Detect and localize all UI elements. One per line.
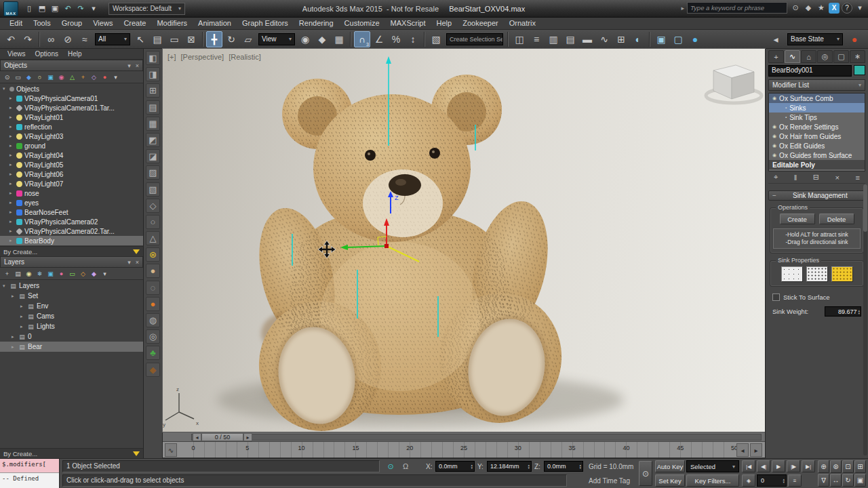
layers-panel-header[interactable]: Layers ▾× [0, 256, 143, 268]
maximize-viewport-toggle-icon[interactable]: ▣ [854, 474, 866, 487]
viewport-layout-b-icon[interactable]: ◨ [146, 67, 160, 81]
use-pivot-point-center-icon[interactable]: ◉ [297, 31, 313, 47]
display-bones-icon[interactable]: ● [100, 73, 109, 81]
new-scene-icon[interactable]: ▯ [23, 3, 35, 15]
perspective-viewport[interactable]: Z z y [163, 49, 765, 432]
layer-row-set[interactable]: ▸▤Set [0, 291, 143, 301]
add-time-tag[interactable]: Add Time Tag [589, 477, 630, 485]
menu-maxscript[interactable]: MAXScript [385, 18, 431, 29]
menu-zookeeper[interactable]: Zookeeper [457, 18, 504, 29]
object-row-bearnosefeet[interactable]: ▸BearNoseFeet [0, 207, 143, 217]
object-row-vrayphysicalcamera01[interactable]: ▸VRayPhysicalCamera01 [0, 94, 143, 103]
keyboard-shortcut-override-icon[interactable]: ▦ [331, 31, 347, 47]
tool-icon-15[interactable]: ◌ [146, 281, 160, 295]
undo-icon[interactable]: ↶ [3, 31, 19, 47]
selection-filter-dropdown[interactable]: All▾ [95, 33, 130, 45]
time-slider-track[interactable] [191, 434, 762, 441]
modify-tab[interactable]: ∿ [785, 50, 800, 63]
help-icon[interactable]: ? [842, 3, 852, 14]
layer-row-0[interactable]: ▸▤0 [0, 331, 143, 342]
spinner-arrows-icon[interactable]: ▴▾ [858, 309, 860, 314]
bind-to-space-warp-icon[interactable]: ≈ [77, 31, 93, 47]
viewcube[interactable] [706, 65, 762, 103]
display-xrefs-icon[interactable]: ◇ [90, 73, 98, 81]
display-shapes-icon[interactable]: ◆ [24, 73, 33, 81]
teddy-bear-model[interactable] [247, 75, 569, 432]
hierarchy-tab[interactable]: ⌂ [801, 50, 816, 63]
find-icon[interactable]: ⊙ [3, 73, 12, 81]
objects-panel-header[interactable]: Objects ▾× [0, 60, 143, 71]
unlink-selection-icon[interactable]: ⊘ [60, 31, 76, 47]
tool-icon-9[interactable]: ▧ [146, 182, 160, 197]
layer-select-icon[interactable]: ◇ [79, 269, 87, 278]
rectangular-selection-region-icon[interactable]: ▭ [166, 31, 182, 47]
go-to-start-button[interactable]: |◀ [742, 460, 755, 472]
select-object-icon[interactable]: ↖ [132, 31, 149, 47]
show-end-result-icon[interactable]: ‖ [794, 174, 797, 182]
menu-graph-editors[interactable]: Graph Editors [237, 18, 294, 29]
time-slider[interactable]: ◂ 0 / 50 ▸ [163, 432, 765, 442]
object-row-bearbody[interactable]: ▸BearBody [0, 236, 143, 245]
utilities-tab[interactable]: ∗ [850, 50, 865, 63]
x-coordinate-field[interactable]: 0.0mm▴▾ [435, 461, 475, 472]
plant-tool-icon[interactable]: ♣ [146, 346, 160, 360]
keyword-search-input[interactable] [687, 2, 787, 14]
viewport-layout-grid-icon[interactable]: ⊞ [146, 83, 160, 98]
object-row-vraylight01[interactable]: ▸VRayLight01 [0, 113, 143, 122]
tool-icon-6[interactable]: ◩ [146, 133, 160, 147]
application-menu-button[interactable]: MAX [3, 1, 18, 16]
zoom-extents-icon[interactable]: ⊡ [842, 460, 854, 473]
object-row-eyes[interactable]: ▸eyes [0, 198, 143, 207]
rendered-frame-window-icon[interactable]: ▢ [670, 31, 686, 47]
pan-view-icon[interactable]: ↔ [830, 474, 842, 487]
base-state-dropdown[interactable]: Base State▾ [787, 33, 843, 45]
display-geometry-icon[interactable]: ▭ [14, 73, 22, 81]
zoom-all-icon[interactable]: ⊛ [830, 460, 842, 473]
trackbar-scroll-right-button[interactable]: ▸ [750, 443, 762, 457]
layer-row-layers[interactable]: ▾▤Layers [0, 281, 143, 291]
state-set-record-icon[interactable]: ● [846, 31, 863, 47]
pin-stack-icon[interactable]: ⌖ [774, 173, 778, 182]
menu-views[interactable]: Views [87, 18, 118, 29]
display-helpers-icon[interactable]: ◉ [57, 73, 66, 81]
state-set-prev-icon[interactable]: ◂ [768, 31, 784, 47]
display-tab[interactable]: ▢ [833, 50, 849, 63]
key-filters-button[interactable]: Key Filters... [686, 474, 739, 487]
menu-group[interactable]: Group [56, 18, 88, 29]
panel-close-icon[interactable]: × [136, 62, 139, 69]
set-keys-button[interactable]: ⊙ [639, 461, 652, 486]
stick-to-surface-checkbox[interactable] [772, 293, 780, 301]
undo-icon[interactable]: ↶ [62, 3, 74, 15]
infocenter-toggle-icon[interactable]: ▸ [681, 5, 684, 12]
open-file-icon[interactable]: ⬒ [36, 3, 48, 15]
modifier-ox-surface-comb[interactable]: ◉Ox Surface Comb [769, 94, 865, 103]
layer-row-lights[interactable]: ▸▤Lights [0, 321, 143, 331]
sink-texture-button-3[interactable] [831, 266, 853, 282]
track-bar[interactable]: ∿ 05101520253035404550 ◂ ▸ [163, 442, 765, 458]
open-mini-curve-editor-button[interactable]: ∿ [165, 443, 177, 457]
object-row-vraylight06[interactable]: ▸VRayLight06 [0, 169, 143, 179]
isolate-selection-toggle-icon[interactable]: ⊙ [385, 461, 396, 472]
menu-customize[interactable]: Customize [339, 18, 385, 29]
maxscript-mini-listener[interactable]: $.modifiers[ -- Defined [0, 459, 60, 488]
z-coordinate-field[interactable]: 0.0mm▴▾ [544, 461, 583, 472]
mirror-icon[interactable]: ◫ [511, 31, 528, 47]
panel-close-icon[interactable]: × [136, 259, 139, 266]
zoom-extents-all-icon[interactable]: ⊞ [854, 460, 866, 473]
motion-tab[interactable]: ◎ [817, 50, 833, 63]
spinner-arrows-icon[interactable]: ▴▾ [783, 478, 785, 483]
explorer-menu-options[interactable]: Options [31, 50, 63, 58]
tool-icon-12[interactable]: △ [146, 231, 160, 245]
make-unique-icon[interactable]: ⊟ [813, 173, 819, 182]
viewport-pov-menu[interactable]: [Perspective] [181, 53, 224, 61]
layer-row-bear[interactable]: ▸▤Bear [0, 342, 143, 352]
display-lights-icon[interactable]: ○ [35, 73, 44, 81]
render-production-icon[interactable]: ● [687, 31, 703, 47]
object-row-ground[interactable]: ▸ground [0, 141, 143, 150]
menu-modifiers[interactable]: Modifiers [151, 18, 193, 29]
layer-render-icon[interactable]: ▣ [46, 269, 55, 278]
remove-modifier-icon[interactable]: × [835, 174, 840, 182]
save-file-icon[interactable]: ▣ [49, 3, 61, 15]
panel-dropdown-icon[interactable]: ▾ [127, 62, 131, 69]
trackbar-scroll-left-button[interactable]: ◂ [736, 443, 749, 457]
